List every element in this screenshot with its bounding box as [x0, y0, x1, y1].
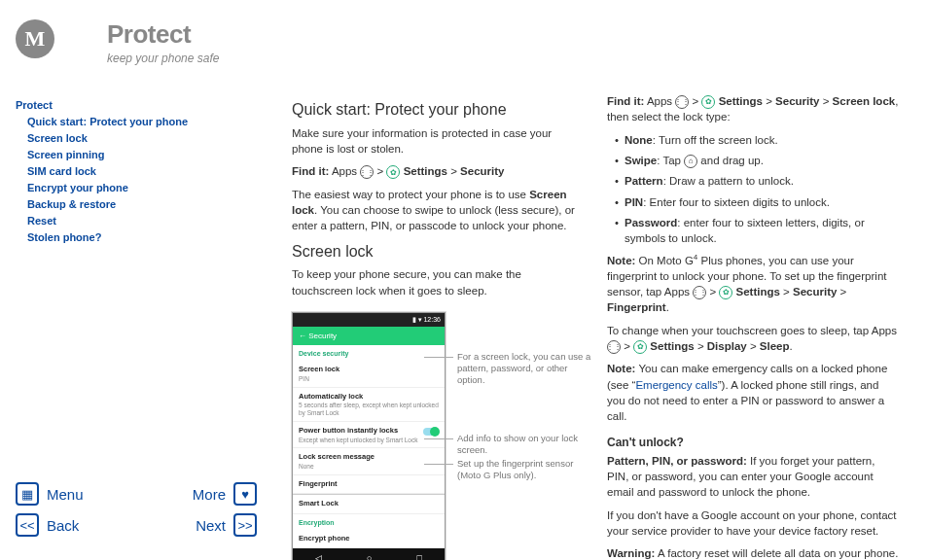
no-google-text: If you don't have a Google account on yo… [607, 508, 899, 540]
easiest-text: The easiest way to protect your phone is… [292, 187, 584, 234]
row-power-lock: Power button instantly locksExcept when … [293, 422, 445, 448]
row-screen-lock: Screen lockPIN [293, 361, 445, 387]
left-rail: M Protect Quick start: Protect your phon… [0, 0, 272, 560]
toc-item[interactable]: SIM card lock [16, 163, 257, 180]
note-emergency: Note: You can make emergency calls on a … [607, 361, 899, 424]
home-nav-icon: ○ [367, 552, 372, 560]
apps-icon: ⋮⋮ [693, 286, 706, 299]
row-lock-msg: Lock screen messageNone [293, 448, 445, 474]
column-2: Find it: Apps ⋮⋮ > ✿ Settings > Security… [607, 93, 899, 560]
list-item: Pattern: Draw a pattern to unlock. [615, 173, 899, 189]
row-fingerprint: Fingerprint [293, 475, 445, 495]
grid-icon: ▦ [16, 482, 39, 506]
nav-buttons: ▦Menu More♥ <<Back Next>> [16, 474, 257, 537]
apps-icon: ⋮⋮ [675, 95, 689, 109]
section-device-security: Device security [293, 345, 445, 361]
row-smart-lock: Smart Lock [293, 494, 445, 514]
back-button[interactable]: <<Back [16, 513, 79, 537]
callout-1: For a screen lock, you can use a pattern… [457, 351, 593, 386]
toc-item[interactable]: Quick start: Protect your phone [16, 114, 257, 130]
toc-item[interactable]: Backup & restore [16, 196, 257, 213]
section-encryption: Encryption [293, 514, 445, 530]
gear-icon: ✿ [701, 95, 715, 109]
list-item: Password: enter four to sixteen letters,… [615, 215, 899, 247]
prev-icon: << [16, 513, 39, 537]
findit-line-2: Find it: Apps ⋮⋮ > ✿ Settings > Security… [607, 93, 899, 125]
phone-mockup: ▮ ▾ 12:36 ← Security Device security Scr… [292, 312, 446, 560]
page-header: Protect keep your phone safe [107, 19, 219, 65]
more-button[interactable]: More♥ [193, 482, 257, 506]
heading-screenlock: Screen lock [292, 241, 584, 263]
emergency-link[interactable]: Emergency calls [635, 379, 717, 391]
heart-icon: ♥ [233, 482, 257, 506]
back-nav-icon: ◁ [315, 552, 322, 560]
page-title: Protect [107, 19, 219, 50]
row-auto-lock: Automatically lock5 seconds after sleep,… [293, 388, 445, 422]
gear-icon: ✿ [633, 340, 647, 354]
gear-icon: ✿ [386, 165, 400, 179]
page-subtitle: keep your phone safe [107, 52, 219, 65]
toc-head[interactable]: Protect [16, 97, 257, 114]
sleep-text: To change when your touchscreen goes to … [607, 323, 899, 355]
gear-icon: ✿ [719, 286, 732, 299]
screenlock-text: To keep your phone secure, you can make … [292, 266, 584, 298]
apps-icon: ⋮⋮ [360, 165, 374, 179]
toc-item[interactable]: Screen lock [16, 130, 257, 147]
list-item: None: Turn off the screen lock. [615, 132, 899, 148]
list-item: Swipe: Tap ⌂ and drag up. [615, 153, 899, 168]
callout-2: Add info to show on your lock screen. [457, 433, 593, 456]
forgot-text: Pattern, PIN, or password: If you forget… [607, 453, 899, 501]
android-navbar: ◁○□ [293, 548, 445, 560]
findit-line: Find it: Apps ⋮⋮ > ✿ Settings > Security [292, 163, 584, 179]
apps-icon: ⋮⋮ [607, 340, 621, 354]
next-icon: >> [233, 513, 257, 537]
menu-button[interactable]: ▦Menu [16, 482, 84, 506]
status-bar: ▮ ▾ 12:36 [293, 313, 445, 327]
table-of-contents: Protect Quick start: Protect your phone … [16, 97, 257, 246]
lock-icon: ⌂ [684, 155, 697, 168]
recent-nav-icon: □ [417, 552, 422, 560]
logo-glyph: M [25, 26, 46, 52]
intro-text: Make sure your information is protected … [292, 125, 584, 158]
heading-cant-unlock: Can't unlock? [607, 435, 899, 451]
list-item: PIN: Enter four to sixteen digits to unl… [615, 194, 899, 210]
main-content: Quick start: Protect your phone Make sur… [292, 93, 912, 560]
column-1: Quick start: Protect your phone Make sur… [292, 93, 584, 560]
phone-illustration-wrap: ▮ ▾ 12:36 ← Security Device security Scr… [292, 312, 584, 560]
app-bar: ← Security [293, 327, 445, 345]
callout-3: Set up the fingerprint sensor (Moto G Pl… [457, 458, 593, 481]
toc-item[interactable]: Encrypt your phone [16, 180, 257, 196]
toc-item[interactable]: Stolen phone? [16, 229, 257, 246]
motorola-logo: M [16, 19, 54, 58]
lock-type-list: None: Turn off the screen lock. Swipe: T… [607, 132, 899, 247]
heading-quickstart: Quick start: Protect your phone [292, 99, 584, 122]
warning-text: Warning: A factory reset will delete all… [607, 545, 899, 560]
next-button[interactable]: Next>> [196, 513, 257, 537]
note-fingerprint: Note: On Moto G4 Plus phones, you can us… [607, 252, 899, 316]
toc-item[interactable]: Screen pinning [16, 147, 257, 163]
row-encrypt: Encrypt phone [293, 530, 445, 548]
toggle-on-icon [423, 428, 439, 436]
toc-item[interactable]: Reset [16, 213, 257, 229]
